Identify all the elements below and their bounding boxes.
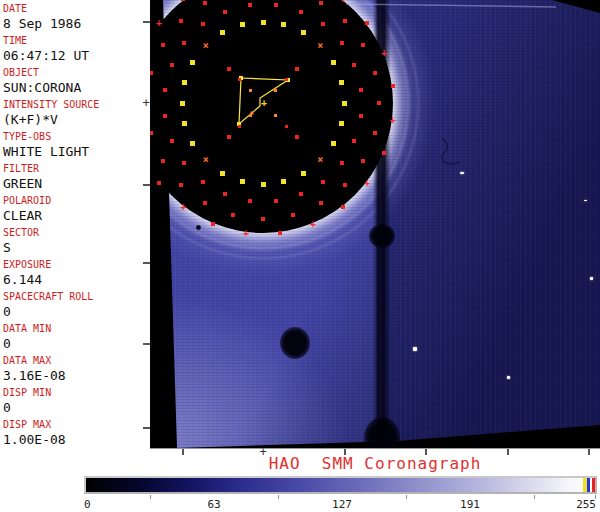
fiducial-dot [339, 80, 344, 85]
fiducial-dot [182, 121, 187, 126]
sidebar-field: DATA MIN0 [3, 322, 148, 352]
sidebar-field-value: S [3, 239, 148, 256]
fiducial-dot [341, 205, 345, 209]
sidebar-field-value: GREEN [3, 175, 148, 192]
fiducial-dot [227, 67, 231, 71]
fiducial-dot [220, 171, 225, 176]
fiducial-dot [181, 0, 185, 1]
fiducial-dot [180, 101, 185, 106]
sidebar-field: SPACECRAFT ROLL0 [3, 290, 148, 320]
dark-blemish [196, 225, 201, 230]
colorbar-tick-label: 191 [460, 498, 480, 511]
sidebar-field: DISP MIN0 [3, 386, 148, 416]
sidebar-field-label: DISP MAX [3, 418, 148, 431]
sidebar-field: SECTORS [3, 226, 148, 256]
sidebar-field-value: WHITE LIGHT [3, 143, 148, 160]
fiducial-dot [343, 183, 347, 187]
colorbar-gradient [86, 478, 595, 492]
fiducial-dot [227, 135, 231, 139]
fiducial-dot [340, 41, 344, 45]
annotation-overlay [150, 0, 600, 448]
fiducial-dot [274, 199, 278, 203]
sidebar-field-label: EXPOSURE [3, 258, 148, 271]
sidebar-field-value: 1.00E-08 [3, 431, 148, 448]
sidebar-field-value: SUN:CORONA [3, 79, 148, 96]
fiducial-dot [281, 179, 286, 184]
fiducial-dot [248, 3, 252, 7]
dark-blemish [369, 224, 395, 248]
sidebar-field-label: FILTER [3, 162, 148, 175]
left-axis-tick [143, 262, 150, 264]
fiducial-dot [190, 60, 195, 65]
fiducial-dot [223, 10, 227, 14]
bright-speck [413, 347, 417, 351]
fiducial-dot [301, 30, 306, 35]
fiducial-dot [299, 10, 303, 14]
fiducial-dot [339, 121, 344, 126]
image-defect-squiggle [442, 138, 460, 164]
fiducial-dot [331, 141, 336, 146]
fiducial-dot [170, 63, 174, 67]
fiducial-dot [321, 22, 325, 26]
fiducial-dot [274, 89, 277, 92]
fiducial-dot [340, 161, 344, 165]
fiducial-x-mark: × [203, 155, 209, 165]
fiducial-dot [157, 181, 161, 185]
fiducial-dot [295, 67, 299, 71]
sidebar-field: EXPOSURE6.144 [3, 258, 148, 288]
fiducial-dot [319, 1, 323, 5]
fiducial-dot [248, 199, 252, 203]
sidebar-field-label: SECTOR [3, 226, 148, 239]
dark-blemish [280, 327, 310, 359]
metadata-sidebar: DATE8 Sep 1986TIME06:47:12 UTOBJECTSUN:C… [0, 0, 150, 455]
frame-top-edge-highlight [346, 4, 556, 7]
fiducial-dot [274, 3, 278, 7]
sidebar-field: POLAROIDCLEAR [3, 194, 148, 224]
fiducial-plus-mark: + [243, 228, 249, 238]
colorbar-tick-label: 127 [332, 498, 352, 511]
sidebar-field-label: INTENSITY SOURCE [3, 98, 148, 111]
sidebar-field: DISP MAX1.00E-08 [3, 418, 148, 448]
fiducial-dot [278, 231, 282, 235]
sidebar-field-value: 0 [3, 335, 148, 352]
fiducial-dot [261, 217, 265, 221]
left-axis-tick [143, 21, 150, 23]
fiducial-dot [201, 22, 205, 26]
fiducial-dot [365, 21, 369, 25]
fiducial-dot [238, 125, 241, 128]
fiducial-dot [203, 1, 207, 5]
fiducial-plus-mark: + [340, 0, 346, 4]
sidebar-field-label: DATA MAX [3, 354, 148, 367]
sidebar-field: FILTERGREEN [3, 162, 148, 192]
image-title: HAO SMM Coronagraph [150, 454, 600, 474]
sidebar-field-label: POLAROID [3, 194, 148, 207]
sidebar-field-label: TIME [3, 34, 148, 47]
fiducial-dot [274, 114, 277, 117]
sidebar-field: DATA MAX3.16E-08 [3, 354, 148, 384]
fiducial-dot [249, 89, 252, 92]
fiducial-dot [343, 19, 347, 23]
axis-center-plus-left: + [142, 97, 149, 109]
colorbar-tick-label: 63 [207, 498, 220, 511]
fiducial-dot [182, 80, 187, 85]
fiducial-dot [377, 101, 381, 105]
colorbar-tick-label: 0 [84, 498, 91, 511]
fiducial-dot [211, 222, 215, 226]
fiducial-dot [285, 125, 288, 128]
sidebar-field-value: 0 [3, 303, 148, 320]
bright-speck [507, 376, 510, 379]
colorbar-tick-label: 255 [576, 498, 596, 511]
intensity-colorbar [84, 476, 597, 494]
fiducial-dot [331, 60, 336, 65]
fiducial-dot [150, 71, 153, 75]
fiducial-dot [321, 180, 325, 184]
colorbar-minor-tick [534, 495, 535, 499]
fiducial-dot [352, 63, 356, 67]
sidebar-field: OBJECTSUN:CORONA [3, 66, 148, 96]
left-axis-tick [143, 184, 150, 186]
fiducial-plus-mark: + [261, 98, 267, 108]
bright-speck [460, 172, 464, 174]
sidebar-field: TYPE-OBSWHITE LIGHT [3, 130, 148, 160]
fiducial-x-mark: × [317, 155, 323, 165]
sidebar-field: INTENSITY SOURCE(K+F)*V [3, 98, 148, 128]
